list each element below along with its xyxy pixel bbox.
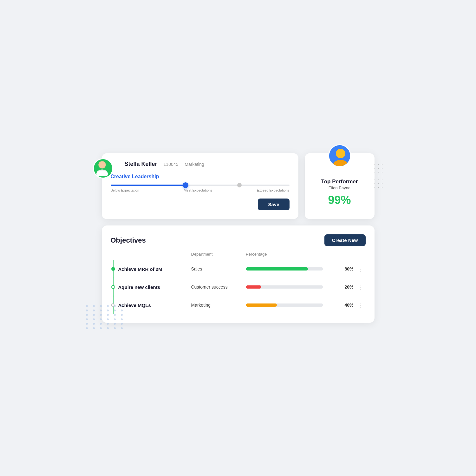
slider-label-center: Meet Expectations	[184, 188, 212, 192]
objectives-rows: Achieve MRR of 2M Sales 80% ⋮ Aquire new…	[111, 260, 366, 314]
table-header: Department Percentage	[111, 252, 366, 260]
profile-name: Stella Keller	[125, 161, 157, 167]
slider-labels: Below Expectation Meet Expectations Exce…	[111, 188, 290, 192]
slider-label-right: Exceed Expectations	[257, 188, 290, 192]
obj-dept-2: Customer success	[191, 284, 246, 290]
progress-bar-3	[246, 303, 323, 307]
slider-label-left: Below Expectation	[111, 188, 140, 192]
more-menu-3[interactable]: ⋮	[356, 301, 366, 309]
obj-name-2: Aquire new clients	[118, 284, 191, 290]
table-row: Achieve MQLs Marketing 40% ⋮	[111, 296, 366, 314]
save-btn-row: Save	[111, 199, 290, 210]
performer-percentage: 99%	[328, 193, 351, 207]
obj-name-3: Achieve MQLs	[118, 303, 191, 308]
progress-fill-2	[246, 285, 261, 289]
objectives-title: Objectives	[111, 236, 146, 245]
progress-bar-1	[246, 267, 323, 271]
svg-point-5	[336, 149, 345, 158]
objectives-header: Objectives Create New	[111, 234, 366, 246]
profile-header: Stella Keller 110045 Marketing	[111, 161, 290, 167]
performer-card: Top Performer Ellen Payne 99%	[305, 153, 375, 219]
slider-thumb-secondary[interactable]	[237, 183, 242, 187]
create-new-button[interactable]: Create New	[324, 234, 366, 246]
more-menu-1[interactable]: ⋮	[356, 265, 366, 273]
table-row: Achieve MRR of 2M Sales 80% ⋮	[111, 260, 366, 278]
timeline-dot-1	[111, 267, 115, 271]
col-header-percentage: Percentage	[246, 252, 337, 257]
performer-title: Top Performer	[321, 179, 358, 185]
profile-id: 110045	[164, 162, 179, 167]
performer-avatar	[328, 144, 351, 167]
skill-label: Creative Leadership	[111, 174, 290, 179]
main-container: Stella Keller 110045 Marketing Creative …	[102, 153, 375, 323]
profile-card: Stella Keller 110045 Marketing Creative …	[102, 153, 298, 219]
obj-dept-1: Sales	[191, 266, 246, 271]
obj-name-1: Achieve MRR of 2M	[118, 266, 191, 272]
slider-fill	[111, 185, 186, 186]
more-menu-2[interactable]: ⋮	[356, 283, 366, 291]
progress-bar-2	[246, 285, 323, 289]
timeline-dot-2	[111, 285, 115, 289]
objectives-card: Objectives Create New Department Percent…	[102, 225, 375, 323]
slider-track	[111, 185, 290, 186]
profile-info: Stella Keller 110045 Marketing	[125, 161, 204, 167]
performer-name: Ellen Payne	[329, 186, 350, 190]
svg-point-2	[98, 161, 106, 169]
save-button[interactable]: Save	[258, 199, 289, 210]
profile-department: Marketing	[185, 162, 204, 167]
obj-pct-3: 40%	[337, 303, 356, 308]
skill-slider[interactable]: Below Expectation Meet Expectations Exce…	[111, 185, 290, 192]
progress-fill-1	[246, 267, 308, 271]
table-row: Aquire new clients Customer success 20% …	[111, 278, 366, 296]
progress-fill-3	[246, 303, 277, 307]
avatar	[93, 158, 113, 179]
top-row: Stella Keller 110045 Marketing Creative …	[102, 153, 375, 219]
col-header-department: Department	[191, 252, 246, 257]
slider-thumb-active[interactable]	[183, 182, 188, 188]
obj-pct-1: 80%	[337, 266, 356, 271]
obj-pct-2: 20%	[337, 284, 356, 290]
obj-dept-3: Marketing	[191, 303, 246, 308]
timeline-dot-3	[111, 303, 114, 307]
